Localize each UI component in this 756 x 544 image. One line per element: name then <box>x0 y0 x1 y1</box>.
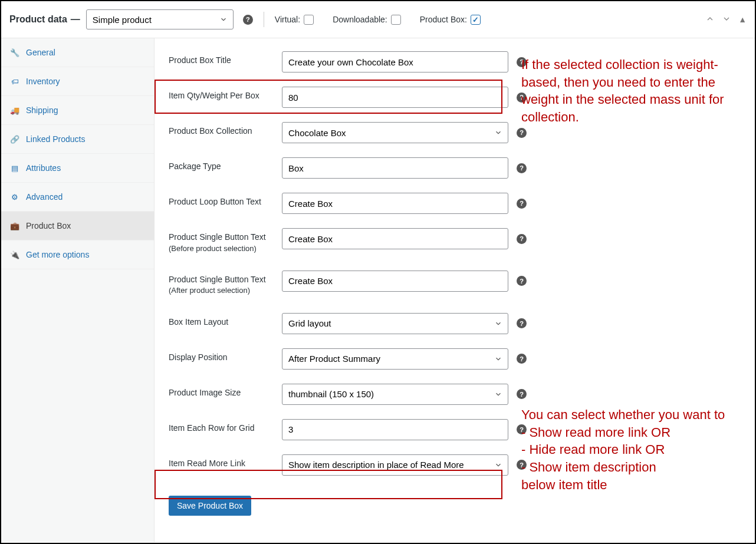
input-each-row[interactable] <box>282 419 508 440</box>
help-icon[interactable]: ? <box>517 163 527 173</box>
wrench-icon: 🔧 <box>9 48 20 57</box>
briefcase-icon: 💼 <box>9 222 20 230</box>
gear-icon: ⚙ <box>9 193 20 202</box>
label-readmore: Item Read More Link <box>169 454 282 470</box>
product-type-select-wrap: Simple product <box>86 9 234 29</box>
row-package: Package Type ? <box>169 157 752 179</box>
sidebar-item-label: Linked Products <box>26 134 85 144</box>
help-icon[interactable]: ? <box>517 354 527 364</box>
product-box-label: Product Box: <box>420 15 467 24</box>
sidebar-item-label: Attributes <box>26 163 61 173</box>
sidebar-item-inventory[interactable]: 🏷 Inventory <box>1 67 154 96</box>
panel-icon: ▤ <box>9 164 20 173</box>
help-icon[interactable]: ? <box>243 15 253 25</box>
input-qty[interactable] <box>282 87 508 108</box>
link-icon: 🔗 <box>9 135 20 144</box>
input-single-before[interactable] <box>282 228 508 249</box>
sidebar-item-attributes[interactable]: ▤ Attributes <box>1 154 154 183</box>
sidebar-item-get-more-options[interactable]: 🔌 Get more options <box>1 240 154 269</box>
sidebar: 🔧 General 🏷 Inventory 🚚 Shipping 🔗 Linke… <box>1 38 155 542</box>
row-layout: Box Item Layout Grid layout ? <box>169 313 752 334</box>
label-title: Product Box Title <box>169 51 282 67</box>
select-layout[interactable]: Grid layout <box>282 313 508 334</box>
sidebar-item-product-box[interactable]: 💼 Product Box <box>1 212 154 240</box>
virtual-checkbox-group: Virtual: <box>275 15 316 25</box>
select-position[interactable]: After Product Summary <box>282 348 508 370</box>
sidebar-item-label: General <box>26 48 55 57</box>
divider <box>264 12 264 27</box>
help-icon[interactable]: ? <box>517 318 527 328</box>
tag-icon: 🏷 <box>9 77 20 86</box>
annotation-text-readmore: You can select whether you want to - Sho… <box>521 406 739 493</box>
panel-title: Product data <box>9 14 67 25</box>
label-image-size: Product Image Size <box>169 384 282 399</box>
help-icon[interactable]: ? <box>517 276 527 286</box>
product-data-panel: Product data — Simple product ? Virtual:… <box>0 0 756 544</box>
sidebar-item-label: Get more options <box>26 250 89 259</box>
downloadable-label: Downloadable: <box>333 15 387 24</box>
virtual-label: Virtual: <box>275 15 300 24</box>
product-type-select[interactable]: Simple product <box>86 9 234 29</box>
row-single-after: Product Single Button Text (After produc… <box>169 271 752 296</box>
product-box-checkbox-group: Product Box: <box>420 15 483 25</box>
main-content: Product Box Title ? Item Qty/Weight Per … <box>155 38 755 542</box>
move-up-icon[interactable] <box>705 14 715 25</box>
label-single-after: Product Single Button Text (After produc… <box>169 271 282 296</box>
select-collection[interactable]: Chocolate Box <box>282 122 508 143</box>
help-icon[interactable]: ? <box>517 199 527 209</box>
input-title[interactable] <box>282 51 508 72</box>
input-single-after[interactable] <box>282 271 508 292</box>
label-position: Display Position <box>169 348 282 364</box>
plug-icon: 🔌 <box>9 250 20 259</box>
help-icon[interactable]: ? <box>517 234 527 244</box>
product-box-checkbox[interactable] <box>471 15 481 25</box>
truck-icon: 🚚 <box>9 106 20 115</box>
panel-body: 🔧 General 🏷 Inventory 🚚 Shipping 🔗 Linke… <box>1 38 755 542</box>
row-image-size: Product Image Size thumbnail (150 x 150)… <box>169 384 752 405</box>
sidebar-item-label: Advanced <box>26 192 63 202</box>
move-down-icon[interactable] <box>722 14 731 25</box>
label-layout: Box Item Layout <box>169 313 282 328</box>
annotation-text-qty: If the selected collection is weight-bas… <box>521 56 739 126</box>
save-button[interactable]: Save Product Box <box>169 496 251 516</box>
collapse-icon[interactable]: ▲ <box>738 15 747 24</box>
downloadable-checkbox[interactable] <box>391 15 401 25</box>
sidebar-item-shipping[interactable]: 🚚 Shipping <box>1 96 154 125</box>
sidebar-item-label: Inventory <box>26 77 60 86</box>
sidebar-item-linked-products[interactable]: 🔗 Linked Products <box>1 125 154 154</box>
virtual-checkbox[interactable] <box>304 15 314 25</box>
label-each-row: Item Each Row for Grid <box>169 419 282 434</box>
panel-header: Product data — Simple product ? Virtual:… <box>1 1 755 38</box>
select-readmore[interactable]: Show item description in place of Read M… <box>282 454 508 476</box>
input-package[interactable] <box>282 157 508 179</box>
label-package: Package Type <box>169 157 282 173</box>
label-loop-button: Product Loop Button Text <box>169 193 282 208</box>
row-loop-button: Product Loop Button Text ? <box>169 193 752 214</box>
help-icon[interactable]: ? <box>517 389 527 399</box>
help-icon[interactable]: ? <box>517 128 527 138</box>
label-collection: Product Box Collection <box>169 122 282 137</box>
dash: — <box>71 14 80 25</box>
label-single-before: Product Single Button Text (Before produ… <box>169 228 282 254</box>
sidebar-item-label: Product Box <box>26 221 71 230</box>
sidebar-item-label: Shipping <box>26 105 58 115</box>
panel-toggles: ▲ <box>705 14 747 25</box>
sidebar-item-general[interactable]: 🔧 General <box>1 38 154 67</box>
sidebar-item-advanced[interactable]: ⚙ Advanced <box>1 183 154 212</box>
input-loop-button[interactable] <box>282 193 508 214</box>
label-qty: Item Qty/Weight Per Box <box>169 87 282 102</box>
row-position: Display Position After Product Summary ? <box>169 348 752 370</box>
select-image-size[interactable]: thumbnail (150 x 150) <box>282 384 508 405</box>
row-single-before: Product Single Button Text (Before produ… <box>169 228 752 254</box>
downloadable-checkbox-group: Downloadable: <box>333 15 403 25</box>
